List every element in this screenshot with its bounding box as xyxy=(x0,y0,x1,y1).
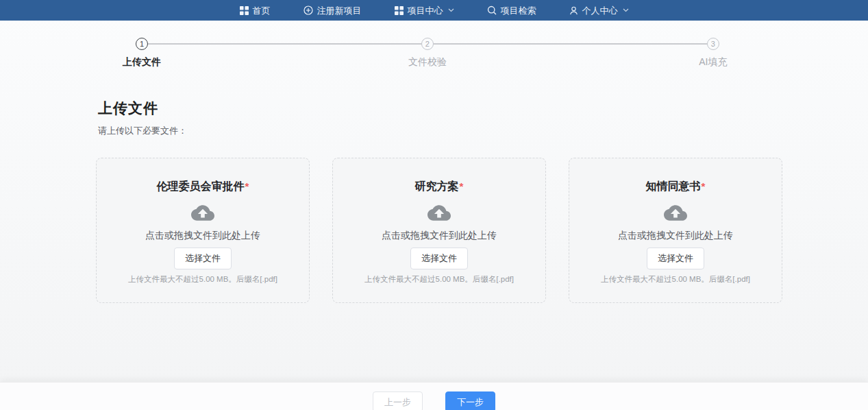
user-icon xyxy=(569,6,578,15)
nav-item-label: 个人中心 xyxy=(582,6,618,15)
step-connector xyxy=(434,43,707,45)
step-1-circle: 1 xyxy=(136,38,148,50)
drop-hint-text: 点击或拖拽文件到此处上传 xyxy=(382,230,497,242)
upload-dropzone-research-protocol[interactable]: 研究方案* 点击或拖拽文件到此处上传 选择文件 上传文件最大不超过5.00 MB… xyxy=(332,158,546,303)
page-subtitle: 请上传以下必要文件： xyxy=(98,125,868,137)
step-3-circle: 3 xyxy=(707,38,719,50)
select-file-button[interactable]: 选择文件 xyxy=(174,248,232,269)
card-title: 知情同意书* xyxy=(646,180,706,194)
circle-plus-icon xyxy=(303,5,313,15)
next-step-button[interactable]: 下一步 xyxy=(445,391,495,410)
nav-item-home[interactable]: 首页 xyxy=(240,6,271,15)
page-title: 上传文件 xyxy=(98,99,868,118)
previous-step-button[interactable]: 上一步 xyxy=(373,391,423,410)
required-asterisk: * xyxy=(702,180,706,192)
nav-item-register-new-project[interactable]: 注册新项目 xyxy=(303,5,362,15)
upload-dropzone-informed-consent[interactable]: 知情同意书* 点击或拖拽文件到此处上传 选择文件 上传文件最大不超过5.00 M… xyxy=(569,158,782,303)
nav-item-label: 注册新项目 xyxy=(317,6,362,15)
drop-hint-text: 点击或拖拽文件到此处上传 xyxy=(145,230,260,242)
page-head: 上传文件 请上传以下必要文件： xyxy=(98,99,868,137)
top-navbar: 首页 注册新项目 项目中心 项目检索 xyxy=(0,0,868,21)
required-asterisk: * xyxy=(245,180,249,192)
cloud-upload-icon xyxy=(427,204,451,221)
cloud-upload-icon xyxy=(191,204,214,221)
wizard-footer: 上一步 下一步 xyxy=(0,382,868,410)
drop-hint-text: 点击或拖拽文件到此处上传 xyxy=(618,230,733,242)
select-file-button[interactable]: 选择文件 xyxy=(647,248,704,269)
step-3-label: AI填充 xyxy=(699,56,727,69)
step-connector xyxy=(148,43,421,45)
step-file-verification: 2 文件校验 xyxy=(421,38,707,69)
grid-icon xyxy=(240,6,249,15)
step-upload-files: 1 上传文件 xyxy=(136,38,421,69)
step-1-label: 上传文件 xyxy=(123,56,161,69)
upload-size-hint: 上传文件最大不超过5.00 MB。后缀名[.pdf] xyxy=(601,274,750,285)
upload-cards-row: 伦理委员会审批件* 点击或拖拽文件到此处上传 选择文件 上传文件最大不超过5.0… xyxy=(96,158,868,303)
upload-dropzone-ethics-approval[interactable]: 伦理委员会审批件* 点击或拖拽文件到此处上传 选择文件 上传文件最大不超过5.0… xyxy=(96,158,310,303)
wizard-stepper: 1 上传文件 2 文件校验 3 AI填充 xyxy=(136,38,735,69)
step-2-label: 文件校验 xyxy=(408,56,447,69)
select-file-button[interactable]: 选择文件 xyxy=(410,248,468,269)
nav-item-label: 首页 xyxy=(253,6,271,15)
card-title: 伦理委员会审批件* xyxy=(157,180,249,194)
search-icon xyxy=(487,5,497,15)
nav-item-project-search[interactable]: 项目检索 xyxy=(487,5,536,15)
nav-item-personal-center[interactable]: 个人中心 xyxy=(569,6,629,15)
upload-size-hint: 上传文件最大不超过5.00 MB。后缀名[.pdf] xyxy=(364,274,514,285)
cloud-upload-icon xyxy=(664,204,687,221)
chevron-down-icon xyxy=(623,8,629,12)
step-2-circle: 2 xyxy=(421,38,434,50)
card-title: 研究方案* xyxy=(415,180,464,194)
step-ai-fill: 3 AI填充 xyxy=(707,38,735,69)
chevron-down-icon xyxy=(448,8,454,12)
upload-size-hint: 上传文件最大不超过5.00 MB。后缀名[.pdf] xyxy=(128,274,277,285)
grid-icon xyxy=(395,6,404,15)
nav-item-label: 项目检索 xyxy=(501,6,536,15)
nav-item-project-center[interactable]: 项目中心 xyxy=(395,6,454,15)
nav-item-label: 项目中心 xyxy=(408,6,443,15)
required-asterisk: * xyxy=(460,180,464,192)
